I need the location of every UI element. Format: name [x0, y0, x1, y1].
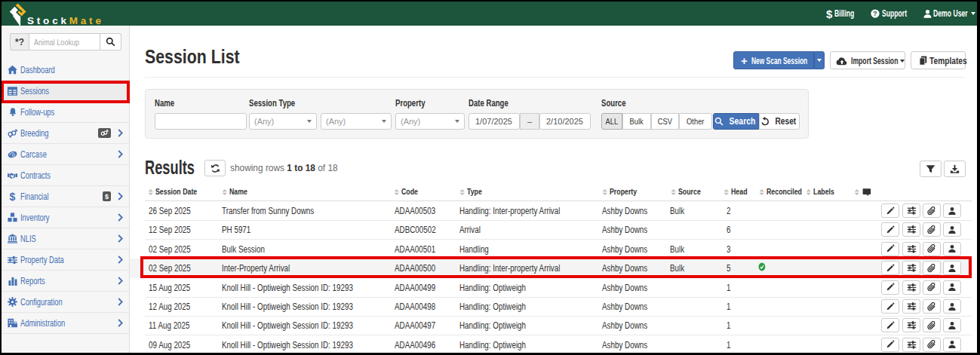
svg-text:?: ?	[873, 10, 877, 17]
